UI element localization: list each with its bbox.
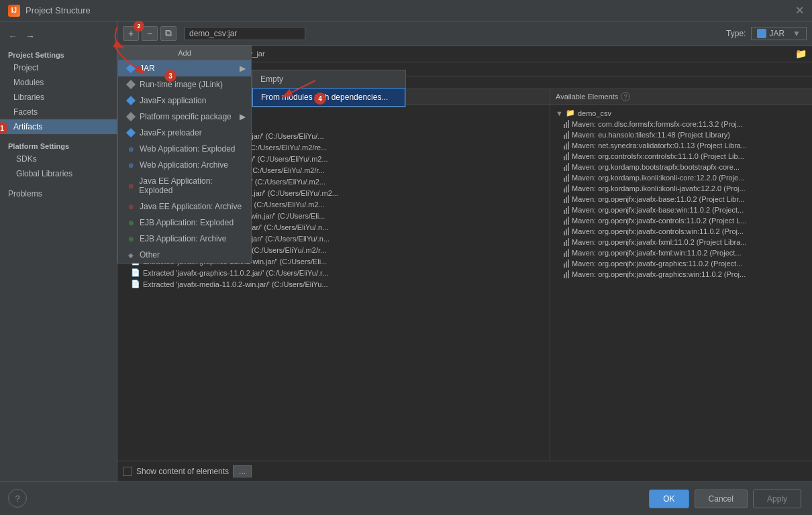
available-tree-item[interactable]: Maven: org.openjfx:javafx-controls:win:1… bbox=[553, 226, 809, 237]
platform-arrow-icon: ▶ bbox=[240, 112, 246, 121]
available-tree-item[interactable]: Maven: org.openjfx:javafx-graphics:11.0.… bbox=[553, 258, 809, 269]
artifact-name-input[interactable] bbox=[185, 27, 305, 40]
jar-arrow-icon: ▶ bbox=[240, 64, 246, 73]
artifact-list-item: 📄Extracted 'javafx-graphics-11.0.2.jar/'… bbox=[120, 267, 547, 278]
platform-settings-label: Platform Settings bbox=[0, 139, 117, 152]
ok-button[interactable]: OK bbox=[649, 490, 689, 508]
available-tree-item[interactable]: Maven: net.synedra:validatorfx:0.1.13 (P… bbox=[553, 140, 809, 151]
sidebar-item-project[interactable]: Project bbox=[0, 60, 117, 75]
sidebar-item-sdks[interactable]: SDKs bbox=[0, 152, 117, 166]
remove-artifact-button[interactable]: − bbox=[142, 26, 158, 41]
available-tree-item[interactable]: Maven: org.openjfx:javafx-base:win:11.0.… bbox=[553, 205, 809, 215]
add-menu-item-javafx-app[interactable]: JavaFx application bbox=[118, 93, 251, 109]
maven-bar-icon bbox=[564, 131, 569, 139]
tree-item-label: Maven: org.openjfx:javafx-controls:win:1… bbox=[572, 227, 744, 235]
more-button[interactable]: ... bbox=[233, 465, 252, 477]
sidebar-item-facets[interactable]: Facets bbox=[0, 105, 117, 119]
add-menu-item-javaee-archive[interactable]: ⊕ Java EE Application: Archive bbox=[118, 198, 251, 215]
platform-settings-section: Platform Settings SDKs Global Libraries bbox=[0, 139, 117, 181]
jar-submenu-empty[interactable]: Empty bbox=[252, 70, 405, 88]
maven-bar-icon bbox=[564, 227, 569, 235]
available-tree-item[interactable]: Maven: org.kordamp.bootstrapfx:bootstrap… bbox=[553, 162, 809, 172]
add-menu-item-ejb-archive[interactable]: ⊕ EJB Application: Archive bbox=[118, 231, 251, 247]
add-menu-item-javafx-preloader[interactable]: JavaFx preloader bbox=[118, 125, 251, 141]
tree-item-label: Maven: eu.hansolo:tilesfx:11.48 (Project… bbox=[572, 131, 730, 139]
footer: ? OK Cancel Apply bbox=[0, 481, 812, 515]
runtime-icon bbox=[126, 80, 136, 89]
show-content-checkbox[interactable] bbox=[123, 467, 132, 476]
available-tree-item[interactable]: Maven: org.openjfx:javafx-base:11.0.2 (P… bbox=[553, 194, 809, 205]
sidebar-item-problems[interactable]: Problems bbox=[0, 186, 117, 201]
artifact-toolbar: + 2 − ⧉ Type: JAR ▼ bbox=[117, 21, 812, 46]
tree-item-label: Maven: org.kordamp.bootstrapfx:bootstrap… bbox=[572, 163, 740, 171]
sidebar-item-libraries[interactable]: Libraries bbox=[0, 90, 117, 105]
tree-item-label: Maven: org.kordamp.ikonli:ikonli-javafx:… bbox=[572, 184, 746, 192]
output-path-value: ut\artifacts\demo_csv_jar bbox=[183, 50, 790, 58]
tree-item-label: Maven: org.openjfx:javafx-base:11.0.2 (P… bbox=[572, 195, 744, 203]
maven-bar-icon bbox=[564, 163, 569, 171]
available-tree-item[interactable]: Maven: org.kordamp.ikonli:ikonli-core:12… bbox=[553, 172, 809, 183]
tree-arrow-icon: ▼ bbox=[556, 109, 563, 117]
available-tree-item[interactable]: Maven: org.openjfx:javafx-controls:11.0.… bbox=[553, 215, 809, 226]
add-menu-item-ejb-exploded[interactable]: ⊕ EJB Application: Exploded bbox=[118, 215, 251, 231]
available-tree: ▼📁demo_csvMaven: com.dlsc.formsfx:formsf… bbox=[550, 105, 812, 461]
maven-bar-icon bbox=[564, 174, 569, 182]
tree-item-label: Maven: org.openjfx:javafx-graphics:win:1… bbox=[572, 270, 746, 278]
title-bar: IJ Project Structure ✕ bbox=[0, 0, 812, 21]
maven-bar-icon bbox=[564, 249, 569, 257]
extracted-file-icon: 📄 bbox=[131, 280, 140, 288]
add-menu-item-runtime-image[interactable]: Run-time image (JLink) bbox=[118, 76, 251, 93]
help-button[interactable]: ? bbox=[8, 489, 27, 508]
available-tree-item[interactable]: Maven: org.openjfx:javafx-fxml:11.0.2 (P… bbox=[553, 237, 809, 247]
tree-item-label: Maven: org.kordamp.ikonli:ikonli-core:12… bbox=[572, 174, 744, 182]
add-menu-item-web-archive[interactable]: ⊕ Web Application: Archive bbox=[118, 157, 251, 173]
available-tree-item[interactable]: Maven: com.dlsc.formsfx:formsfx-core:11.… bbox=[553, 119, 809, 129]
jar-submenu: Empty From modules with dependencies... bbox=[252, 70, 406, 107]
available-tree-item[interactable]: Maven: eu.hansolo:tilesfx:11.48 (Project… bbox=[553, 129, 809, 140]
badge-2: 2 bbox=[134, 21, 144, 32]
browse-folder-button[interactable]: 📁 bbox=[795, 48, 807, 59]
maven-bar-icon bbox=[564, 141, 569, 150]
nav-back-button[interactable]: ← bbox=[5, 30, 20, 43]
add-menu-item-platform-pkg[interactable]: Platform specific package ▶ bbox=[118, 109, 251, 125]
add-menu-item-javaee-exploded[interactable]: ⊕ Java EE Application: Exploded bbox=[118, 173, 251, 198]
platform-icon bbox=[126, 112, 136, 121]
available-tree-item[interactable]: Maven: org.openjfx:javafx-fxml:win:11.0.… bbox=[553, 247, 809, 258]
available-help-icon[interactable]: ? bbox=[621, 92, 630, 101]
type-dropdown[interactable]: JAR ▼ bbox=[751, 27, 807, 40]
sidebar-item-artifacts[interactable]: Artifacts 1 bbox=[0, 119, 117, 134]
cancel-button[interactable]: Cancel bbox=[695, 490, 748, 508]
type-label: Type: bbox=[726, 29, 746, 38]
copy-artifact-button[interactable]: ⧉ bbox=[160, 26, 176, 41]
available-tree-item[interactable]: Maven: org.kordamp.ikonli:ikonli-javafx:… bbox=[553, 183, 809, 194]
available-tree-item[interactable]: ▼📁demo_csv bbox=[553, 107, 809, 119]
sidebar-item-global-libraries[interactable]: Global Libraries bbox=[0, 166, 117, 181]
javafx-icon bbox=[126, 96, 136, 105]
jar-submenu-from-modules[interactable]: From modules with dependencies... bbox=[252, 88, 405, 107]
maven-bar-icon bbox=[564, 120, 569, 128]
sidebar-item-modules[interactable]: Modules bbox=[0, 75, 117, 90]
available-tree-item[interactable]: Maven: org.controlsfx:controlsfx:11.1.0 … bbox=[553, 151, 809, 162]
maven-bar-icon bbox=[564, 270, 569, 278]
tree-item-label: Maven: org.openjfx:javafx-graphics:11.0.… bbox=[572, 260, 742, 268]
nav-forward-button[interactable]: → bbox=[23, 30, 38, 43]
apply-button[interactable]: Apply bbox=[753, 490, 801, 508]
tree-item-label: Maven: org.openjfx:javafx-controls:11.0.… bbox=[572, 217, 746, 225]
maven-bar-icon bbox=[564, 184, 569, 192]
sidebar: ← → Project Settings Project Modules Lib… bbox=[0, 21, 117, 481]
available-tree-item[interactable]: Maven: org.openjfx:javafx-graphics:win:1… bbox=[553, 269, 809, 280]
tree-item-label: Maven: org.controlsfx:controlsfx:11.1.0 … bbox=[572, 152, 744, 160]
add-menu-item-other[interactable]: ◆ Other bbox=[118, 247, 251, 263]
maven-bar-icon bbox=[564, 217, 569, 225]
add-menu-item-web-exploded[interactable]: ⊕ Web Application: Exploded bbox=[118, 141, 251, 157]
add-menu-item-jar[interactable]: JAR ▶ bbox=[118, 60, 251, 76]
ee-exploded-icon: ⊕ bbox=[126, 181, 135, 190]
jar-icon bbox=[126, 64, 136, 73]
tree-item-label: Maven: org.openjfx:javafx-fxml:win:11.0.… bbox=[572, 249, 742, 257]
type-area: Type: JAR ▼ bbox=[500, 27, 807, 40]
preloader-icon bbox=[126, 128, 136, 137]
tree-item-label: Maven: com.dlsc.formsfx:formsfx-core:11.… bbox=[572, 120, 743, 128]
close-button[interactable]: ✕ bbox=[795, 4, 804, 17]
add-menu: Add JAR ▶ Run-time image (JLink) JavaFx … bbox=[117, 46, 252, 264]
project-settings-label: Project Settings bbox=[0, 48, 117, 60]
